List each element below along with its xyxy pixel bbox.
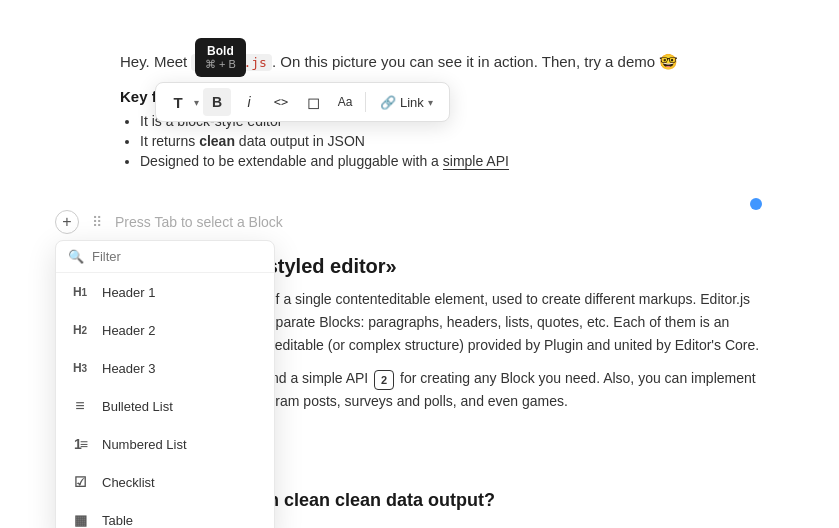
feature-item-2: It returns clean data output in JSON bbox=[140, 133, 719, 149]
block-menu-item-h1[interactable]: H1 Header 1 bbox=[56, 273, 274, 311]
block-menu-item-checklist[interactable]: ☑ Checklist bbox=[56, 463, 274, 501]
block-menu-item-h2[interactable]: H2 Header 2 bbox=[56, 311, 274, 349]
numbered-list-icon: 1≡ bbox=[70, 434, 90, 454]
type-dropdown[interactable]: T ▾ bbox=[164, 88, 199, 116]
h1-icon: H1 bbox=[70, 282, 90, 302]
link-chevron-icon: ▾ bbox=[428, 97, 433, 108]
block-type-menu: 🔍 H1 Header 1 H2 Header 2 H3 Header 3 ≡ … bbox=[55, 240, 275, 528]
h2-label: Header 2 bbox=[102, 323, 155, 338]
feature-item-3: Designed to be extendable and pluggable … bbox=[140, 153, 719, 169]
bulleted-list-icon: ≡ bbox=[70, 396, 90, 416]
blue-dot-indicator bbox=[750, 198, 762, 210]
code-button[interactable]: <> bbox=[267, 88, 295, 116]
block-menu-item-numbered[interactable]: 1≡ Numbered List bbox=[56, 425, 274, 463]
filter-search-icon: 🔍 bbox=[68, 249, 84, 264]
block-filter-input[interactable] bbox=[92, 249, 262, 264]
bold-button[interactable]: B bbox=[203, 88, 231, 116]
h3-icon: H3 bbox=[70, 358, 90, 378]
table-label: Table bbox=[102, 513, 133, 528]
tooltip-shortcut: ⌘ + B bbox=[205, 58, 236, 71]
link-icon: 🔗 bbox=[380, 95, 396, 110]
format-toolbar: T ▾ B i <> ◻ Aa 🔗 Link ▾ bbox=[155, 82, 450, 122]
type-chevron-icon: ▾ bbox=[194, 97, 199, 108]
block-filter-row: 🔍 bbox=[56, 241, 274, 273]
h3-label: Header 3 bbox=[102, 361, 155, 376]
link-label: Link bbox=[400, 95, 424, 110]
badge-2: 2 bbox=[374, 370, 394, 390]
block-menu-item-h3[interactable]: H3 Header 3 bbox=[56, 349, 274, 387]
table-icon: ▦ bbox=[70, 510, 90, 528]
type-button[interactable]: T bbox=[164, 88, 192, 116]
block-input-row: + ⠿ Press Tab to select a Block bbox=[55, 210, 283, 234]
toolbar-divider bbox=[365, 92, 366, 112]
h1-label: Header 1 bbox=[102, 285, 155, 300]
simple-api-link[interactable]: simple API bbox=[443, 153, 509, 170]
intro-text2: . On this picture you can see it in acti… bbox=[272, 53, 678, 70]
block-input-placeholder[interactable]: Press Tab to select a Block bbox=[115, 214, 283, 230]
intro-text1: Hey. Meet bbox=[120, 53, 191, 70]
italic-button[interactable]: i bbox=[235, 88, 263, 116]
bulleted-list-label: Bulleted List bbox=[102, 399, 173, 414]
bold-tooltip: Bold ⌘ + B bbox=[195, 38, 246, 77]
convert-button[interactable]: Aa bbox=[331, 88, 359, 116]
block-menu-item-table[interactable]: ▦ Table bbox=[56, 501, 274, 528]
link-button[interactable]: 🔗 Link ▾ bbox=[372, 91, 441, 114]
tooltip-label: Bold bbox=[207, 44, 234, 58]
numbered-list-label: Numbered List bbox=[102, 437, 187, 452]
add-block-button[interactable]: + bbox=[55, 210, 79, 234]
block-menu-item-bulleted[interactable]: ≡ Bulleted List bbox=[56, 387, 274, 425]
drag-block-button[interactable]: ⠿ bbox=[87, 212, 107, 232]
marker-button[interactable]: ◻ bbox=[299, 88, 327, 116]
checklist-label: Checklist bbox=[102, 475, 155, 490]
h2-icon: H2 bbox=[70, 320, 90, 340]
checklist-icon: ☑ bbox=[70, 472, 90, 492]
